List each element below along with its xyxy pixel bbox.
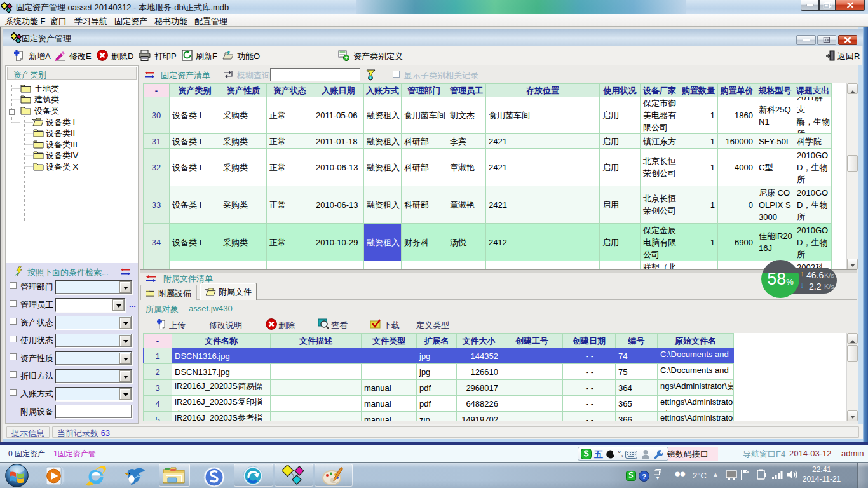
svg-text:?: ? xyxy=(642,473,646,480)
